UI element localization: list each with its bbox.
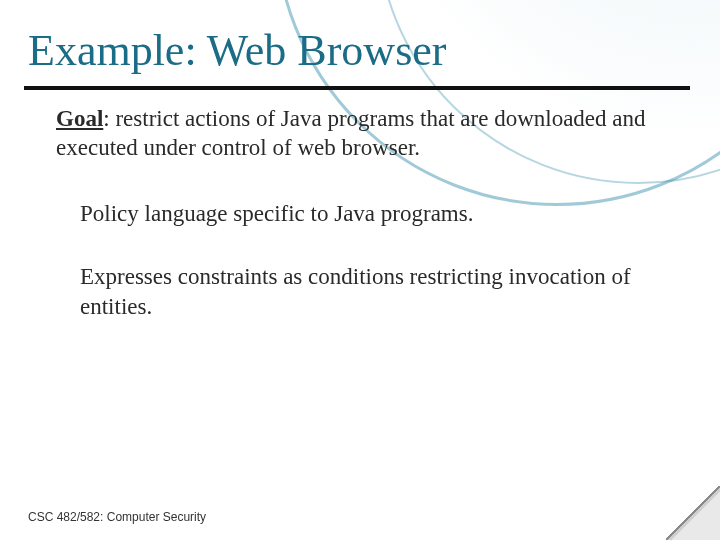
page-curl-edge <box>666 486 720 540</box>
body-paragraph-1: Policy language specific to Java program… <box>80 199 664 228</box>
slide-title: Example: Web Browser <box>28 28 680 84</box>
title-underline <box>24 86 690 90</box>
body-paragraph-2: Expresses constraints as conditions rest… <box>80 262 664 321</box>
goal-label: Goal <box>56 106 103 131</box>
goal-paragraph: Goal: restrict actions of Java programs … <box>56 104 664 163</box>
slide-body: Goal: restrict actions of Java programs … <box>56 104 664 355</box>
footer-text: CSC 482/582: Computer Security <box>28 510 206 524</box>
goal-text: : restrict actions of Java programs that… <box>56 106 646 160</box>
slide: Example: Web Browser Goal: restrict acti… <box>0 0 720 540</box>
